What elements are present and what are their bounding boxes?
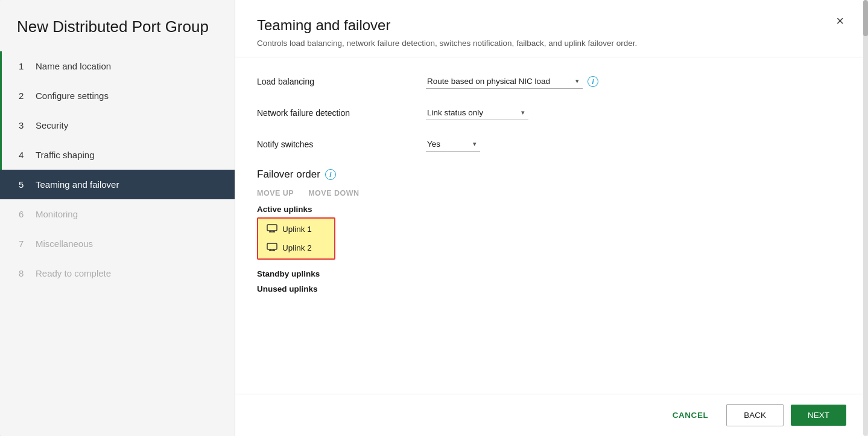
step-label-7: Miscellaneous xyxy=(36,239,93,249)
step-label-8: Ready to complete xyxy=(36,268,111,278)
network-failure-value: Link status only xyxy=(427,108,483,117)
sidebar-step-4[interactable]: 4 Traffic shaping xyxy=(0,140,235,170)
main-header: Teaming and failover Controls load balan… xyxy=(235,0,868,57)
step-number-8: 8 xyxy=(19,268,30,278)
step-label-5: Teaming and failover xyxy=(36,179,119,190)
unused-uplinks-label: Unused uplinks xyxy=(257,284,846,293)
notify-switches-value: Yes xyxy=(427,139,440,149)
sidebar-step-7: 7 Miscellaneous xyxy=(0,229,235,258)
active-uplinks-box: Uplink 1 Uplink 2 xyxy=(257,217,335,260)
sidebar-step-6: 6 Monitoring xyxy=(0,199,235,229)
main-panel: Teaming and failover Controls load balan… xyxy=(235,0,868,436)
load-balancing-select[interactable]: Route based on physical NIC load ▾ xyxy=(426,74,583,89)
load-balancing-value: Route based on physical NIC load xyxy=(427,77,550,86)
step-number-5: 5 xyxy=(19,179,30,190)
step-number-4: 4 xyxy=(19,150,30,160)
notify-switches-row: Notify switches Yes ▾ xyxy=(257,137,846,152)
step-number-6: 6 xyxy=(19,209,30,219)
uplink-2-label: Uplink 2 xyxy=(282,243,312,252)
uplink-2-icon xyxy=(267,243,277,253)
load-balancing-info-icon[interactable]: i xyxy=(588,76,598,87)
network-failure-label: Network failure detection xyxy=(257,108,426,118)
chevron-down-icon: ▾ xyxy=(575,77,579,85)
failover-order-label: Failover order xyxy=(257,168,320,181)
uplink-1-item[interactable]: Uplink 1 xyxy=(258,220,334,239)
main-footer: CANCEL BACK NEXT xyxy=(235,394,868,436)
sidebar-step-2[interactable]: 2 Configure settings xyxy=(0,81,235,111)
close-button[interactable]: × xyxy=(834,14,846,28)
load-balancing-label: Load balancing xyxy=(257,77,426,86)
sidebar-step-3[interactable]: 3 Security xyxy=(0,111,235,140)
move-up-button[interactable]: MOVE UP xyxy=(257,189,294,197)
standby-uplinks-label: Standby uplinks xyxy=(257,269,846,278)
sidebar-step-8: 8 Ready to complete xyxy=(0,258,235,288)
step-label-6: Monitoring xyxy=(36,209,78,219)
failover-order-heading: Failover order i xyxy=(257,168,846,181)
notify-switches-control: Yes ▾ xyxy=(426,137,480,152)
move-down-button[interactable]: MOVE DOWN xyxy=(308,189,359,197)
sidebar: New Distributed Port Group 1 Name and lo… xyxy=(0,0,235,436)
active-uplinks-label: Active uplinks xyxy=(257,205,846,214)
notify-switches-label: Notify switches xyxy=(257,139,426,149)
uplink-1-icon xyxy=(267,224,277,234)
scrollbar-thumb[interactable] xyxy=(863,0,868,36)
main-title: Teaming and failover xyxy=(257,17,834,34)
step-label-4: Traffic shaping xyxy=(36,150,95,160)
step-number-1: 1 xyxy=(19,61,30,71)
active-uplinks-group: Active uplinks Uplink 1 xyxy=(257,205,846,260)
step-number-2: 2 xyxy=(19,91,30,101)
main-title-area: Teaming and failover Controls load balan… xyxy=(257,17,834,50)
step-number-3: 3 xyxy=(19,120,30,130)
sidebar-title: New Distributed Port Group xyxy=(0,0,235,51)
main-body: Load balancing Route based on physical N… xyxy=(235,57,868,394)
sidebar-steps: 1 Name and location 2 Configure settings… xyxy=(0,51,235,437)
load-balancing-control: Route based on physical NIC load ▾ i xyxy=(426,74,598,89)
move-actions: MOVE UP MOVE DOWN xyxy=(257,189,846,197)
uplink-2-item[interactable]: Uplink 2 xyxy=(258,239,334,257)
svg-rect-4 xyxy=(267,243,277,249)
chevron-down-icon: ▾ xyxy=(473,140,477,148)
step-number-7: 7 xyxy=(19,239,30,249)
back-button[interactable]: BACK xyxy=(726,404,784,426)
scrollbar[interactable] xyxy=(863,0,868,436)
network-failure-control: Link status only ▾ xyxy=(426,106,528,120)
step-label-3: Security xyxy=(36,120,68,130)
chevron-down-icon: ▾ xyxy=(521,109,525,117)
main-subtitle: Controls load balancing, network failure… xyxy=(257,37,834,50)
sidebar-step-5[interactable]: 5 Teaming and failover xyxy=(0,170,235,199)
cancel-button[interactable]: CANCEL xyxy=(662,405,720,426)
notify-switches-select[interactable]: Yes ▾ xyxy=(426,137,480,152)
load-balancing-row: Load balancing Route based on physical N… xyxy=(257,74,846,89)
step-label-2: Configure settings xyxy=(36,91,109,101)
next-button[interactable]: NEXT xyxy=(791,405,846,426)
dialog: New Distributed Port Group 1 Name and lo… xyxy=(0,0,868,436)
svg-rect-0 xyxy=(267,225,277,231)
network-failure-select[interactable]: Link status only ▾ xyxy=(426,106,528,120)
failover-info-icon[interactable]: i xyxy=(325,169,336,180)
sidebar-step-1[interactable]: 1 Name and location xyxy=(0,51,235,81)
step-label-1: Name and location xyxy=(36,61,111,71)
uplink-1-label: Uplink 1 xyxy=(282,225,312,234)
network-failure-row: Network failure detection Link status on… xyxy=(257,106,846,120)
